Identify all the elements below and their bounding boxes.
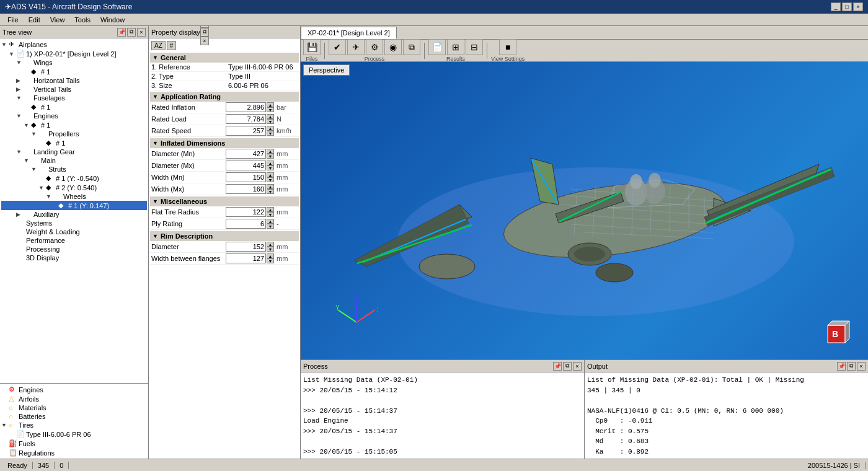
tree-item-auxiliary[interactable]: ▶ Auxiliary [1,210,147,219]
tree-bottom-airfoils[interactable]: △ Airfoils [1,394,147,403]
check-button[interactable]: ✔ [329,39,346,55]
grid-button[interactable]: ⧉ [403,39,420,55]
spin-up[interactable]: ▲ [267,102,274,107]
menu-view[interactable]: View [45,15,70,25]
spin-down[interactable]: ▼ [267,107,274,112]
diam-mx-input[interactable] [226,161,266,170]
tree-item-fuselages[interactable]: ▼ Fuselages [1,94,147,102]
menu-window[interactable]: Window [95,15,130,25]
tree-item-systems[interactable]: Systems [1,219,147,227]
tree-item-wings[interactable]: ▼ Wings [1,58,147,67]
process-float[interactable]: ⧉ [563,362,572,371]
spin-up[interactable]: ▲ [267,242,274,247]
tree-item-engines[interactable]: ▼ Engines [1,112,147,120]
spin-down[interactable]: ▼ [267,258,274,263]
design-tab[interactable]: XP-02-01* [Design Level 2] [301,27,397,39]
ply-rating-input[interactable] [226,219,266,229]
spin-up[interactable]: ▲ [267,149,274,154]
rated-load-input[interactable] [226,114,266,124]
prop-section-misc-header[interactable]: ▼ Miscellaneous [150,196,299,206]
prop-section-inflated-header[interactable]: ▼ Inflated Dimensions [150,138,299,148]
tree-item-3d-display[interactable]: 3D Display [1,253,147,262]
spin-up[interactable]: ▲ [267,207,274,212]
tree-bottom-fuels[interactable]: ⛽ Fuels [1,439,147,448]
prop-panel-float[interactable]: ⧉ [200,28,209,37]
tree-item-vtails[interactable]: ▶ Vertical Tails [1,85,147,94]
orientation-cube[interactable]: B [818,313,852,347]
process-pin[interactable]: 📌 [553,362,562,371]
spin-up[interactable]: ▲ [267,184,274,189]
tree-item-airplanes[interactable]: ▼ ✈ Airplanes [1,40,147,49]
close-button[interactable]: × [853,2,863,11]
tree-item-landing-gear[interactable]: ▼ Landing Gear [1,147,147,156]
tree-item-weight[interactable]: Weight & Loading [1,227,147,236]
width-mx-input[interactable] [226,184,266,194]
save-button[interactable]: 💾 [303,39,321,55]
3d-view-area[interactable]: Perspective [301,62,868,359]
tree-item-strut-2[interactable]: ▼ ◆ # 2 (Y: 0.540) [1,183,147,192]
menu-edit[interactable]: Edit [24,15,45,25]
prop-sort-num[interactable]: # [167,41,177,50]
spin-down[interactable]: ▼ [267,165,274,170]
tree-item-fuselage-1[interactable]: ◆ # 1 [1,102,147,112]
spin-down[interactable]: ▼ [267,212,274,217]
tree-item-wheels[interactable]: ▼ Wheels [1,192,147,201]
tree-item-strut-1[interactable]: ◆ # 1 (Y: -0.540) [1,174,147,183]
tree-item-prop-1[interactable]: ◆ # 1 [1,138,147,147]
results-layout-button[interactable]: ⊟ [466,39,483,55]
rated-speed-input[interactable] [226,126,266,136]
prop-section-rim-header[interactable]: ▼ Rim Description [150,231,299,241]
circle-gear-button[interactable]: ◉ [384,39,402,55]
tree-item-xp0201[interactable]: ▼ 📄 1) XP-02-01* [Design Level 2] [1,49,147,58]
spin-up[interactable]: ▲ [267,219,274,224]
spin-up[interactable]: ▲ [267,253,274,258]
spin-up[interactable]: ▲ [267,114,274,119]
tree-bottom-tire-type[interactable]: 📄 Type III-6.00-6 PR 06 [1,429,147,439]
tree-panel-close[interactable]: × [137,28,146,37]
process-close[interactable]: × [573,362,582,371]
prop-section-general-header[interactable]: ▼ General [150,53,299,63]
tree-item-propellers[interactable]: ▼ Propellers [1,130,147,138]
output-float[interactable]: ⧉ [847,362,856,371]
rated-inflation-input[interactable] [226,102,266,112]
tree-item-engine-1[interactable]: ▼ ◆ # 1 [1,120,147,130]
prop-section-app-rating-header[interactable]: ▼ Application Rating [150,92,299,102]
spin-down[interactable]: ▼ [267,189,274,194]
tree-bottom-batteries[interactable]: ○ Batteries [1,412,147,421]
tree-panel-pin[interactable]: 📌 [117,28,126,37]
menu-file[interactable]: File [2,15,24,25]
rim-diam-input[interactable] [226,242,266,252]
window-controls[interactable]: _ □ × [831,2,863,11]
prop-sort-alpha[interactable]: AZ [151,41,166,50]
tree-item-performance[interactable]: Performance [1,236,147,245]
tree-item-htails[interactable]: ▶ Horizontal Tails [1,76,147,85]
spin-down[interactable]: ▼ [267,119,274,124]
spin-up[interactable]: ▲ [267,126,274,131]
tree-item-struts[interactable]: ▼ Struts [1,165,147,174]
tree-item-wings-1[interactable]: ◆ # 1 [1,67,147,76]
diam-mn-input[interactable] [226,149,266,159]
view-stop-button[interactable]: ■ [499,39,516,55]
width-mn-input[interactable] [226,172,266,182]
tree-bottom-regulations[interactable]: 📋 Regulations [1,448,147,457]
tree-item-wheel-1[interactable]: ◆ # 1 (Y: 0.147) [1,201,147,210]
spin-up[interactable]: ▲ [267,172,274,177]
spin-down[interactable]: ▼ [267,154,274,159]
maximize-button[interactable]: □ [842,2,852,11]
spin-down[interactable]: ▼ [267,177,274,182]
minimize-button[interactable]: _ [831,2,841,11]
airplane-button[interactable]: ✈ [347,39,365,55]
output-close[interactable]: × [857,362,866,371]
width-flanges-input[interactable] [226,253,266,263]
tree-bottom-engines[interactable]: ⚙ Engines [1,385,147,394]
menu-tools[interactable]: Tools [69,15,95,25]
tree-item-processing[interactable]: Processing [1,245,147,253]
spin-down[interactable]: ▼ [267,247,274,252]
gear-button[interactable]: ⚙ [366,39,383,55]
tree-panel-float[interactable]: ⧉ [127,28,136,37]
spin-up[interactable]: ▲ [267,161,274,165]
results-doc-button[interactable]: 📄 [428,39,446,55]
tree-bottom-tires[interactable]: ▼ ○ Tires [1,421,147,429]
flat-tire-input[interactable] [226,207,266,217]
tree-item-main[interactable]: ▼ Main [1,156,147,165]
